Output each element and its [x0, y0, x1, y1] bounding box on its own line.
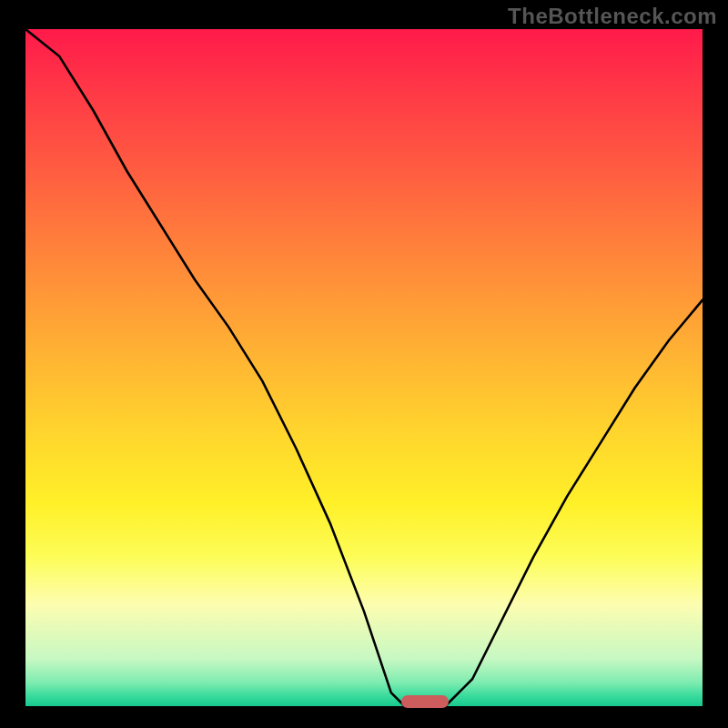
chart-container: TheBottleneck.com — [0, 0, 728, 728]
curve-layer — [25, 29, 703, 706]
bottleneck-curve — [25, 29, 703, 706]
watermark-text: TheBottleneck.com — [508, 4, 717, 29]
plot-frame — [25, 29, 703, 706]
optimal-marker — [401, 695, 450, 708]
plot-area — [25, 29, 703, 706]
